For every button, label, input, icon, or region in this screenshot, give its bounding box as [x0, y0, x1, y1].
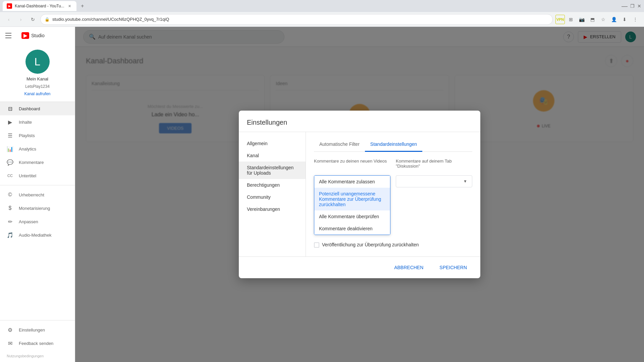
profile-icon[interactable]: 👤	[609, 15, 619, 24]
sidebar-item-playlists[interactable]: ☰ Playlists	[0, 129, 75, 142]
sidebar-item-untertitel[interactable]: CC Untertitel	[0, 169, 75, 182]
modal-main-area: Automatische Filter Standardeinstellunge…	[306, 132, 480, 256]
channel-name: Mein Kanal	[26, 76, 48, 81]
cast-icon[interactable]: ⬒	[588, 15, 597, 24]
sidebar-item-label-audio: Audio-Mediathek	[19, 233, 52, 238]
browser-chrome: ▶ Kanal-Dashboard - YouTu... ✕ + — ❐ ✕ ‹…	[0, 0, 644, 27]
sidebar-item-feedback[interactable]: ✉ Feedback senden	[0, 337, 75, 350]
tab-standardeinstellungen[interactable]: Standardeinstellungen	[365, 137, 422, 152]
sidebar-item-label-anpassen: Anpassen	[19, 219, 38, 224]
modal-footer: ABBRECHEN SPEICHERN	[239, 256, 480, 278]
modal-nav-vereinbarungen[interactable]: Vereinbarungen	[239, 203, 306, 215]
extensions-icon[interactable]: ⊞	[566, 15, 576, 24]
modal-title: Einstellungen	[247, 119, 472, 126]
address-bar[interactable]: 🔒 studio.youtube.com/channel/UCocN6zQPHQ…	[40, 14, 553, 25]
checkbox-veröffentlichung[interactable]	[314, 242, 319, 248]
sidebar: ▶ Studio L Mein Kanal LetsPlay1234 Kanal…	[0, 27, 75, 362]
cancel-button[interactable]: ABBRECHEN	[389, 262, 429, 273]
modal-nav-kanal[interactable]: Kanal	[239, 149, 306, 162]
bookmark-icon[interactable]: ☆	[598, 15, 608, 24]
anpassen-icon: ✏	[7, 218, 13, 225]
sidebar-item-label-feedback: Feedback senden	[19, 341, 53, 346]
new-tab-button[interactable]: +	[78, 1, 87, 11]
sidebar-item-einstellungen[interactable]: ⚙ Einstellungen	[0, 323, 75, 337]
sidebar-item-kommentare[interactable]: 💬 Kommentare	[0, 156, 75, 169]
sidebar-item-label-inhalte: Inhalte	[19, 120, 32, 125]
sidebar-item-dashboard[interactable]: ⊟ Dashboard	[0, 102, 75, 115]
channel-link[interactable]: Kanal aufrufen	[24, 92, 50, 96]
modal-nav-allgemein[interactable]: Allgemein	[239, 137, 306, 149]
browser-titlebar: ▶ Kanal-Dashboard - YouTu... ✕ + — ❐ ✕	[0, 0, 644, 12]
hamburger-menu[interactable]	[5, 31, 15, 40]
main-content: 🔍 ? ▶ ERSTELLEN L Kanal-Dashboard ⬆ ●	[75, 27, 644, 362]
modal-header: Einstellungen	[239, 111, 480, 132]
save-button[interactable]: SPEICHERN	[434, 262, 472, 273]
modal-nav-standardeinstellungen[interactable]: Standardeinstellungen für Uploads	[239, 162, 306, 179]
minimize-button[interactable]: —	[622, 3, 628, 10]
sidebar-item-label-kommentare: Kommentare	[19, 160, 44, 165]
back-button[interactable]: ‹	[4, 15, 13, 24]
sidebar-item-label-urheberrecht: Urheberrecht	[19, 192, 44, 197]
sidebar-item-urheberrecht[interactable]: © Urheberrecht	[0, 188, 75, 201]
modal-body: Allgemein Kanal Standardeinstellungen fü…	[239, 132, 480, 256]
audio-icon: 🎵	[7, 232, 13, 238]
close-tab-button[interactable]: ✕	[67, 3, 72, 9]
channel-info: L Mein Kanal LetsPlay1234 Kanal aufrufen	[0, 44, 75, 102]
sidebar-item-label-dashboard: Dashboard	[19, 106, 40, 111]
tab-title: Kanal-Dashboard - YouTu...	[15, 4, 64, 8]
dropdowns-area: Alle Kommentare zulassen Potenziell unan…	[314, 175, 472, 235]
refresh-button[interactable]: ↻	[28, 15, 38, 24]
nav-divider-bottom	[0, 320, 75, 320]
menu-icon[interactable]: ⋮	[631, 15, 640, 24]
option-deaktivieren[interactable]: Kommentare deaktivieren	[314, 223, 390, 235]
nav-divider	[0, 185, 75, 185]
yt-icon: ▶	[21, 32, 29, 39]
section-labels: Kommentare zu deinen neuen Videos Kommen…	[314, 159, 472, 171]
modal-nav-berechtigungen[interactable]: Berechtigungen	[239, 179, 306, 191]
left-dropdown-wrapper: Alle Kommentare zulassen Potenziell unan…	[314, 175, 390, 235]
camera-icon[interactable]: 📷	[577, 15, 586, 24]
option-potenziell[interactable]: Potenziell unangemessene Kommentare zur …	[314, 188, 390, 210]
modal-sidebar-nav: Allgemein Kanal Standardeinstellungen fü…	[239, 132, 306, 256]
favicon: ▶	[7, 3, 12, 9]
close-window-button[interactable]: ✕	[637, 3, 641, 9]
dashboard-icon: ⊟	[7, 105, 13, 112]
monetarisierung-icon: $	[7, 205, 13, 212]
checkbox-label: Veröffentlichung zur Überprüfung zurückh…	[322, 242, 419, 248]
right-dropdown-arrow: ▼	[463, 179, 467, 184]
option-alle-ueberpruefen[interactable]: Alle Kommentare überprüfen	[314, 210, 390, 223]
settings-modal: Einstellungen Allgemein Kanal Standardei…	[239, 111, 480, 278]
sidebar-item-label-analytics: Analytics	[19, 146, 36, 152]
avatar: L	[25, 50, 50, 74]
sidebar-item-analytics[interactable]: 📊 Analytics	[0, 142, 75, 156]
sidebar-item-audio[interactable]: 🎵 Audio-Mediathek	[0, 228, 75, 242]
tab-automatische-filter[interactable]: Automatische Filter	[314, 137, 365, 152]
modal-tabs: Automatische Filter Standardeinstellunge…	[314, 137, 472, 152]
right-dropdown[interactable]: ▼	[396, 175, 472, 187]
untertitel-icon: CC	[7, 172, 13, 179]
yt-layout: ▶ Studio L Mein Kanal LetsPlay1234 Kanal…	[0, 27, 644, 362]
sidebar-footer[interactable]: Nutzungsbedingungen	[0, 350, 75, 362]
maximize-button[interactable]: ❐	[630, 3, 635, 9]
sidebar-item-monetarisierung[interactable]: $ Monetarisierung	[0, 201, 75, 215]
sidebar-item-label-monetarisierung: Monetarisierung	[19, 206, 50, 211]
kommentare-icon: 💬	[7, 159, 13, 166]
einstellungen-icon: ⚙	[7, 326, 13, 333]
yt-logo: ▶ Studio	[21, 32, 45, 39]
forward-button[interactable]: ›	[16, 15, 25, 24]
modal-overlay: Einstellungen Allgemein Kanal Standardei…	[75, 27, 644, 362]
sidebar-item-inhalte[interactable]: ▶ Inhalte	[0, 115, 75, 129]
option-alle-zulassen[interactable]: Alle Kommentare zulassen	[314, 176, 390, 188]
sidebar-item-label-playlists: Playlists	[19, 133, 35, 138]
sidebar-item-anpassen[interactable]: ✏ Anpassen	[0, 215, 75, 228]
checkbox-option: Veröffentlichung zur Überprüfung zurückh…	[314, 239, 472, 251]
download-icon[interactable]: ⬇	[620, 15, 629, 24]
vpn-icon[interactable]: VPN	[555, 15, 565, 24]
feedback-icon: ✉	[7, 340, 13, 347]
browser-toolbar: ‹ › ↻ 🔒 studio.youtube.com/channel/UCocN…	[0, 12, 644, 27]
studio-text: Studio	[31, 33, 45, 38]
modal-nav-community[interactable]: Community	[239, 191, 306, 203]
browser-tab[interactable]: ▶ Kanal-Dashboard - YouTu... ✕	[3, 1, 76, 11]
right-section-label: Kommentare auf deinem Tab "Diskussion"	[396, 159, 472, 169]
left-dropdown[interactable]: Alle Kommentare zulassen Potenziell unan…	[314, 175, 390, 235]
